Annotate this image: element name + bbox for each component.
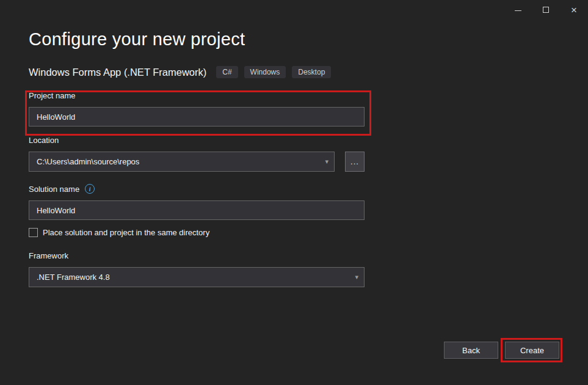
close-button[interactable]: ×	[560, 0, 588, 20]
title-bar: ×	[0, 0, 588, 20]
page-title: Configure your new project	[29, 29, 559, 50]
template-name: Windows Forms App (.NET Framework)	[29, 67, 206, 78]
info-icon[interactable]: i	[85, 184, 95, 194]
back-button[interactable]: Back	[444, 342, 498, 359]
framework-value: .NET Framework 4.8	[37, 273, 110, 282]
solution-name-label: Solution name	[29, 185, 79, 194]
footer-buttons: Back Create	[444, 342, 559, 359]
tag-project-type: Desktop	[292, 66, 331, 78]
same-directory-row: Place solution and project in the same d…	[29, 228, 365, 237]
maximize-icon	[543, 7, 549, 13]
browse-button[interactable]: ...	[345, 152, 365, 172]
same-directory-checkbox[interactable]	[29, 228, 38, 237]
location-combobox[interactable]: C:\Users\admin\source\repos ▾	[29, 152, 335, 172]
location-value: C:\Users\admin\source\repos	[37, 157, 139, 166]
chevron-down-icon: ▾	[325, 158, 329, 165]
solution-name-input[interactable]	[29, 200, 365, 220]
location-label: Location	[29, 136, 365, 145]
template-row: Windows Forms App (.NET Framework) C# Wi…	[29, 66, 559, 78]
tag-language: C#	[216, 66, 238, 78]
chevron-down-icon: ▾	[355, 274, 358, 280]
minimize-button[interactable]	[504, 0, 532, 20]
close-icon: ×	[571, 5, 577, 15]
project-name-input[interactable]	[29, 107, 365, 127]
tag-platform: Windows	[244, 66, 286, 78]
framework-label: Framework	[29, 251, 365, 260]
maximize-button[interactable]	[532, 0, 560, 20]
template-tags: C# Windows Desktop	[216, 66, 331, 78]
create-button[interactable]: Create	[505, 342, 559, 359]
project-name-label: Project name	[29, 91, 365, 100]
same-directory-label: Place solution and project in the same d…	[43, 228, 209, 237]
minimize-icon	[515, 10, 521, 11]
framework-combobox[interactable]: .NET Framework 4.8 ▾	[29, 267, 365, 287]
